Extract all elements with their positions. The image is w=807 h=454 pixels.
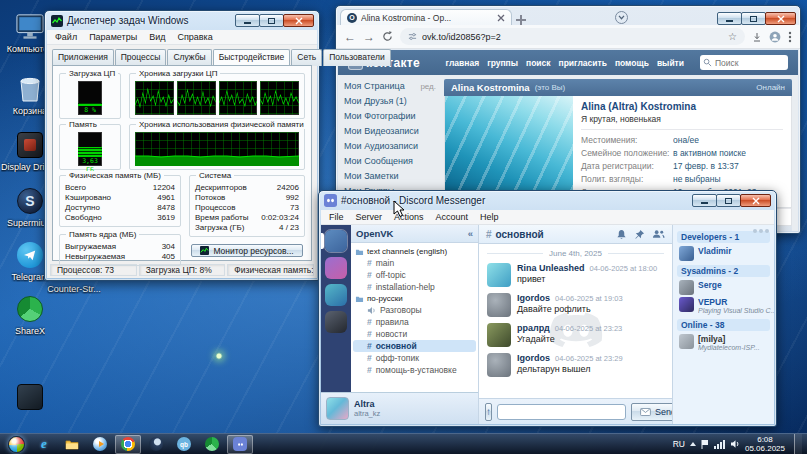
chat-message[interactable]: Igordos04-06-2025 at 19:03 Давайте рофли… xyxy=(487,293,664,317)
vk-nav-search[interactable]: поиск xyxy=(526,58,551,68)
server-icon[interactable] xyxy=(325,284,347,306)
titlebar[interactable]: #основной - Discord Messenger xyxy=(319,191,776,210)
channel-item[interactable]: #новости xyxy=(353,328,476,340)
close-button[interactable] xyxy=(765,12,796,25)
tab-close-icon[interactable] xyxy=(497,14,505,22)
taskbar-chrome-icon[interactable] xyxy=(115,435,141,454)
menu-file[interactable]: File xyxy=(323,211,350,223)
vk-nav-main[interactable]: главная xyxy=(446,58,480,68)
menu-view[interactable]: Вид xyxy=(143,31,171,43)
downloads-icon[interactable] xyxy=(752,32,762,42)
menu-options[interactable]: Параметры xyxy=(83,31,143,43)
language-indicator[interactable]: RU xyxy=(673,439,685,449)
edit-link[interactable]: ред. xyxy=(420,79,436,94)
sidebar-item-my-page[interactable]: Моя Страницаред. xyxy=(344,79,436,94)
tab-applications[interactable]: Приложения xyxy=(52,49,114,66)
close-button[interactable] xyxy=(283,14,314,27)
network-icon[interactable] xyxy=(714,440,725,449)
vk-nav-groups[interactable]: группы xyxy=(487,58,518,68)
address-bar[interactable]: ovk.to/id20856?p=2 ☆ xyxy=(400,28,745,45)
message-input[interactable] xyxy=(497,404,626,420)
channel-item[interactable]: #main xyxy=(353,257,476,269)
channel-item[interactable]: #правила xyxy=(353,316,476,328)
site-settings-icon[interactable] xyxy=(408,32,417,41)
close-button[interactable] xyxy=(740,194,771,207)
menu-server[interactable]: Server xyxy=(350,211,389,223)
sidebar-item-notes[interactable]: Мои Заметки xyxy=(344,169,436,184)
channel-category[interactable]: по-русски xyxy=(353,293,476,304)
volume-icon[interactable] xyxy=(730,439,740,449)
menu-help[interactable]: Help xyxy=(474,211,505,223)
chat-message[interactable]: рралрд04-06-2025 at 23:23 Угадайте xyxy=(487,323,664,347)
member-item[interactable]: Vladimir xyxy=(677,245,770,262)
back-icon[interactable]: ← xyxy=(344,31,356,43)
server-icon[interactable] xyxy=(325,257,347,279)
tab-network[interactable]: Сеть xyxy=(291,49,322,66)
channel-category[interactable]: text channels (english) xyxy=(353,246,476,257)
member-item[interactable]: VEPUR Playing Visual Studio C... xyxy=(677,296,770,316)
current-user-panel[interactable]: Altra altra_kz xyxy=(321,392,478,424)
tab-users[interactable]: Пользователи xyxy=(323,49,390,66)
notifications-bell-icon[interactable] xyxy=(616,229,627,240)
browser-tab[interactable]: O Alina Kostromina - Op... xyxy=(340,9,512,25)
taskbar-media-player-icon[interactable] xyxy=(87,435,113,454)
taskbar-green-app-icon[interactable] xyxy=(199,435,225,454)
reload-icon[interactable] xyxy=(382,31,393,42)
member-list-icon[interactable] xyxy=(652,229,665,239)
start-button[interactable] xyxy=(2,434,30,454)
sidebar-item-videos[interactable]: Мои Видеозаписи xyxy=(344,124,436,139)
menu-actions[interactable]: Actions xyxy=(388,211,430,223)
maximize-button[interactable] xyxy=(741,12,766,25)
sidebar-item-photos[interactable]: Мои Фотографии xyxy=(344,109,436,124)
vk-nav-help[interactable]: помощь xyxy=(615,58,649,68)
new-tab-icon[interactable] xyxy=(516,15,526,25)
menu-help[interactable]: Справка xyxy=(171,31,218,43)
pinned-messages-icon[interactable] xyxy=(634,229,645,240)
sidebar-item-friends[interactable]: Мои Друзья (1) xyxy=(344,94,436,109)
channel-item[interactable]: #off-topic xyxy=(353,269,476,281)
server-icon-openvk[interactable] xyxy=(325,230,347,252)
url-text[interactable]: ovk.to/id20856?p=2 xyxy=(422,32,723,42)
search-input[interactable] xyxy=(700,55,788,70)
hidden-icons-chevron[interactable] xyxy=(690,442,696,446)
maximize-button[interactable] xyxy=(259,14,284,27)
minimize-button[interactable] xyxy=(235,14,260,27)
desktop-icon-sharex[interactable]: ShareX xyxy=(2,294,58,336)
minimize-button[interactable] xyxy=(692,194,717,207)
menu-dots-icon[interactable] xyxy=(788,31,792,43)
show-desktop-button[interactable] xyxy=(794,434,802,454)
tab-processes[interactable]: Процессы xyxy=(115,49,167,66)
member-item[interactable]: [milya] Mydiatelecom-ISP... xyxy=(677,333,770,353)
taskbar-qbittorrent-icon[interactable]: qb xyxy=(171,435,197,454)
tab-performance[interactable]: Быстродействие xyxy=(213,49,291,66)
taskbar-discord-icon[interactable] xyxy=(227,435,253,454)
action-center-flag-icon[interactable] xyxy=(701,439,709,449)
voice-channel-item[interactable]: Разговоры xyxy=(353,304,476,316)
member-group-header[interactable]: Sysadmins - 2 xyxy=(677,265,770,277)
tab-services[interactable]: Службы xyxy=(167,49,211,66)
sidebar-item-audio[interactable]: Мои Аудиозаписи xyxy=(344,139,436,154)
channel-item[interactable]: #помощь-в-установке xyxy=(353,364,476,376)
bookmark-star-icon[interactable]: ☆ xyxy=(728,31,737,42)
vk-nav-logout[interactable]: выйти xyxy=(657,58,684,68)
clock[interactable]: 6:08 05.06.2025 xyxy=(745,435,785,453)
profile-avatar-icon[interactable] xyxy=(769,31,781,43)
titlebar[interactable]: Диспетчер задач Windows xyxy=(45,11,319,30)
maximize-button[interactable] xyxy=(716,194,741,207)
member-item[interactable]: Serge xyxy=(677,279,770,296)
channel-item[interactable]: #офф-топик xyxy=(353,352,476,364)
server-icon[interactable] xyxy=(325,311,347,333)
collapse-sidebar-icon[interactable]: « xyxy=(468,228,473,239)
channel-item-selected[interactable]: #основной xyxy=(353,340,476,352)
server-header[interactable]: OpenVK « xyxy=(351,225,478,243)
taskbar-ie-icon[interactable]: e xyxy=(31,435,57,454)
forward-icon[interactable]: → xyxy=(363,31,375,43)
resource-monitor-button[interactable]: Монитор ресурсов... xyxy=(191,244,302,257)
vk-nav-invite[interactable]: пригласить xyxy=(559,58,607,68)
menu-file[interactable]: Файл xyxy=(49,31,83,43)
attach-file-button[interactable]: ↑ xyxy=(485,403,492,421)
member-group-header[interactable]: Online - 38 xyxy=(677,319,770,331)
minimize-button[interactable] xyxy=(717,12,742,25)
profile-name[interactable]: Alina (Altra) Kostromina xyxy=(581,101,783,112)
sidebar-item-messages[interactable]: Мои Сообщения xyxy=(344,154,436,169)
